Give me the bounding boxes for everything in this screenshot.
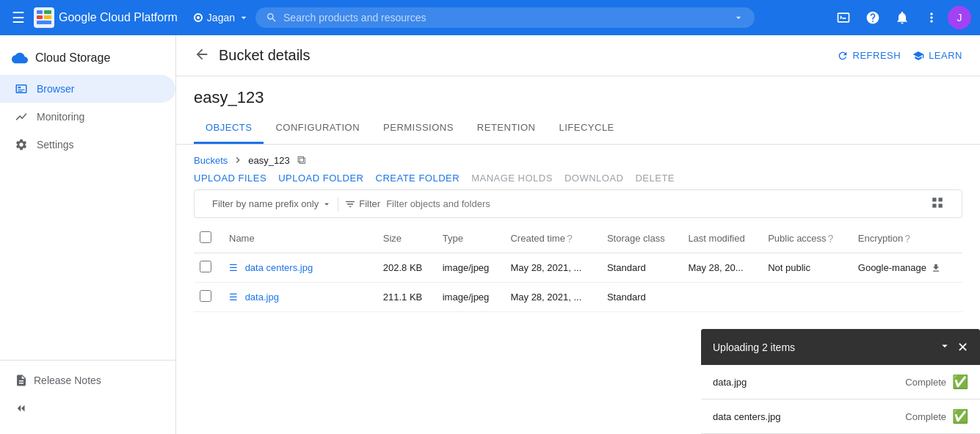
main-content: Bucket details REFRESH LEARN easy_123 OB… [176, 35, 980, 434]
filter-bar: Filter by name prefix only Filter [194, 189, 962, 218]
search-icon [266, 12, 277, 23]
filter-prefix-selector[interactable]: Filter by name prefix only [212, 198, 332, 209]
app-logo: Google Cloud Platform [34, 7, 178, 28]
row-2-checkbox[interactable] [200, 290, 211, 302]
toast-minimize-button[interactable] [938, 339, 951, 355]
sidebar-item-monitoring[interactable]: Monitoring [0, 103, 175, 131]
col-header-encryption: Encryption ? [852, 224, 962, 253]
row-2-type: image/jpeg [437, 283, 505, 312]
toast-header-actions: ✕ [938, 339, 968, 355]
file-icon: ☰ [229, 262, 238, 273]
back-button[interactable] [194, 46, 210, 65]
svg-rect-4 [44, 15, 51, 19]
notifications-icon[interactable] [889, 4, 915, 31]
manage-holds-button: MANAGE HOLDS [471, 173, 553, 184]
storage-icon [12, 50, 28, 66]
tab-objects[interactable]: OBJECTS [194, 113, 264, 144]
created-help-icon[interactable]: ? [567, 233, 573, 245]
bucket-name-text: easy_123 [194, 88, 264, 106]
svg-rect-9 [18, 90, 25, 90]
table-header-checkbox [194, 224, 223, 253]
files-table-container: Name Size Type Created time ? [176, 224, 980, 434]
row-1-type: image/jpeg [437, 253, 505, 283]
copy-bucket-name-icon[interactable]: ⧉ [297, 153, 305, 167]
col-header-size: Size [377, 224, 437, 253]
row-2-checkbox-cell [194, 283, 223, 312]
row-2-storage-class: Standard [601, 283, 682, 312]
refresh-button[interactable]: REFRESH [837, 50, 901, 62]
row-1-checkbox[interactable] [200, 261, 211, 272]
settings-icon [15, 138, 28, 151]
row-2-created: May 28, 2021, ... [504, 283, 600, 312]
row-2-name[interactable]: ☰ data.jpg [223, 283, 377, 312]
tabs: OBJECTS CONFIGURATION PERMISSIONS RETENT… [176, 113, 980, 145]
search-input[interactable] [283, 12, 727, 23]
sidebar-item-settings[interactable]: Settings [0, 131, 175, 159]
top-navigation: ☰ Google Cloud Platform Jagan [0, 0, 980, 35]
toast-title: Uploading 2 items [713, 341, 795, 353]
row-1-name[interactable]: ☰ data centers.jpg [223, 253, 377, 283]
svg-rect-3 [44, 10, 51, 14]
tab-retention[interactable]: RETENTION [465, 113, 548, 144]
help-icon[interactable] [860, 4, 886, 31]
upload-files-button[interactable]: UPLOAD FILES [194, 173, 266, 184]
create-folder-button[interactable]: CREATE FOLDER [376, 173, 460, 184]
sidebar-bottom: Release Notes [0, 360, 175, 428]
upload-folder-button[interactable]: UPLOAD FOLDER [278, 173, 363, 184]
search-bar[interactable] [255, 7, 755, 28]
table-row: ☰ data centers.jpg 202.8 KB image/jpeg M… [194, 253, 962, 283]
toast-item: data.jpg Complete ✅ [701, 365, 980, 399]
select-all-checkbox[interactable] [200, 231, 211, 243]
row-1-checkbox-cell [194, 253, 223, 283]
sidebar-item-settings-label: Settings [37, 139, 74, 151]
sidebar-release-notes[interactable]: Release Notes [0, 366, 175, 394]
row-2-size: 211.1 KB [377, 283, 437, 312]
toast-item: data centers.jpg Complete ✅ [701, 399, 980, 434]
tab-permissions[interactable]: PERMISSIONS [371, 113, 465, 144]
more-icon[interactable] [918, 4, 945, 31]
svg-rect-8 [18, 87, 21, 88]
sidebar-item-browser[interactable]: Browser [0, 75, 175, 103]
menu-icon[interactable]: ☰ [9, 6, 28, 29]
filter-prefix-label: Filter by name prefix only [212, 198, 319, 209]
toast-close-button[interactable]: ✕ [957, 341, 968, 354]
main-layout: Cloud Storage Browser Monitoring Setting… [0, 35, 980, 434]
public-access-help-icon[interactable]: ? [828, 233, 834, 245]
row-1-storage-class: Standard [601, 253, 682, 283]
logo-text: Google Cloud Platform [59, 11, 178, 24]
terminal-icon[interactable] [830, 4, 857, 31]
learn-icon [912, 50, 924, 62]
tab-configuration[interactable]: CONFIGURATION [264, 113, 371, 144]
svg-rect-10 [18, 91, 23, 92]
toolbar: UPLOAD FILES UPLOAD FOLDER CREATE FOLDER… [176, 167, 980, 189]
tab-lifecycle[interactable]: LIFECYCLE [547, 113, 625, 144]
svg-rect-5 [37, 21, 51, 24]
filter-divider [338, 197, 338, 211]
search-dropdown-icon[interactable] [733, 12, 744, 23]
download-button: DOWNLOAD [565, 173, 624, 184]
page-header-actions: REFRESH LEARN [837, 50, 962, 62]
avatar[interactable]: J [948, 6, 971, 29]
row-1-created: May 28, 2021, ... [504, 253, 600, 283]
collapse-icon [15, 402, 28, 415]
grid-view-icon[interactable] [931, 196, 944, 211]
filter-input[interactable] [386, 198, 925, 209]
sidebar-collapse-btn[interactable] [0, 394, 175, 422]
sidebar-header: Cloud Storage [0, 41, 175, 75]
col-header-name: Name [223, 224, 377, 253]
row-2-encryption [852, 283, 962, 312]
learn-label: LEARN [929, 50, 962, 61]
bucket-name: easy_123 [176, 76, 980, 107]
toast-header: Uploading 2 items ✕ [701, 329, 980, 365]
project-selector[interactable]: Jagan [192, 12, 250, 23]
learn-button[interactable]: LEARN [912, 50, 962, 62]
toast-item-2-check-icon: ✅ [952, 408, 968, 424]
upload-toast: Uploading 2 items ✕ data.jpg Complete ✅ … [701, 329, 980, 434]
sidebar-item-browser-label: Browser [37, 83, 74, 95]
project-name: Jagan [207, 12, 235, 23]
breadcrumb-buckets[interactable]: Buckets [194, 155, 228, 166]
col-header-last-modified: Last modified [682, 224, 762, 253]
encryption-help-icon[interactable]: ? [904, 233, 910, 245]
filter-funnel-icon [344, 198, 356, 210]
browser-icon [15, 82, 28, 95]
